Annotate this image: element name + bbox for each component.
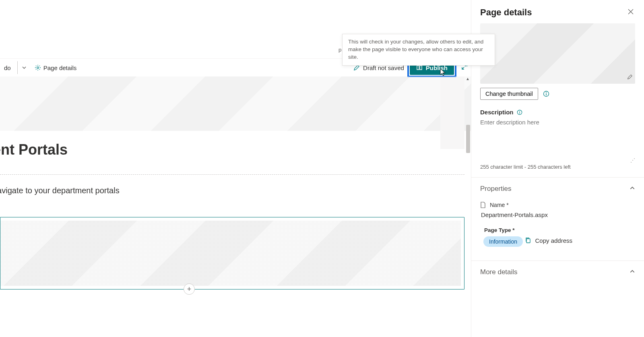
properties-header-text: Properties [480, 185, 511, 193]
svg-point-5 [519, 111, 520, 112]
section-divider [0, 174, 464, 175]
add-section-button[interactable]: + [184, 283, 195, 295]
svg-rect-6 [519, 112, 520, 114]
page-subtitle[interactable]: navigate to your department portals [0, 186, 464, 195]
page-type-label: Page Type * [480, 227, 635, 233]
page-type-pill[interactable]: Information [483, 236, 523, 247]
page-icon [480, 202, 486, 208]
undo-dropdown[interactable] [17, 61, 29, 74]
page-details-panel: Page details Change thumbnail Descriptio… [471, 0, 644, 337]
name-value[interactable]: Department-Portals.aspx [480, 211, 635, 218]
copy-address-button[interactable]: Copy address [525, 237, 573, 244]
change-thumbnail-button[interactable]: Change thumbnail [480, 88, 538, 100]
copy-icon [525, 237, 531, 244]
undo-button[interactable]: do [2, 61, 13, 74]
chevron-up-icon [630, 185, 635, 193]
hero-banner [0, 76, 471, 131]
undo-label-fragment: do [4, 64, 11, 71]
description-label: Description [480, 109, 522, 116]
page-canvas-scroll[interactable]: ent Portals navigate to your department … [0, 76, 471, 337]
chevron-up-icon [630, 268, 635, 276]
publish-tooltip: p This will check in your changes, allow… [342, 34, 495, 66]
page-title[interactable]: ent Portals [0, 131, 464, 170]
description-input[interactable] [480, 119, 635, 155]
gear-icon [35, 64, 41, 71]
more-details-section-toggle[interactable]: More details [480, 268, 635, 276]
svg-point-2 [546, 92, 547, 93]
close-icon [628, 9, 634, 16]
name-label-text: Name * [490, 202, 509, 208]
resize-grip-icon[interactable]: ⋰ [480, 157, 635, 163]
svg-rect-3 [546, 93, 546, 95]
page-details-button[interactable]: Page details [32, 61, 79, 74]
copy-address-label: Copy address [535, 237, 573, 244]
selected-webpart[interactable]: + [0, 217, 464, 289]
char-limit-text: 255 character limit - 255 characters lef… [480, 164, 635, 170]
page-details-label: Page details [43, 64, 77, 71]
info-icon[interactable] [543, 91, 549, 97]
edit-thumbnail-icon[interactable] [627, 74, 633, 81]
vertical-scrollbar[interactable]: ▲ [464, 76, 471, 337]
properties-section-toggle[interactable]: Properties [480, 185, 635, 193]
panel-title: Page details [480, 7, 532, 18]
more-details-header-text: More details [480, 268, 518, 276]
svg-rect-7 [526, 239, 530, 243]
tooltip-text: This will check in your changes, allow o… [348, 39, 483, 60]
tooltip-leading-char: p [339, 46, 342, 54]
scrollbar-thumb[interactable] [466, 125, 470, 153]
chevron-down-icon [22, 65, 27, 70]
svg-point-0 [37, 67, 38, 68]
close-panel-button[interactable] [626, 7, 635, 18]
description-label-text: Description [480, 109, 514, 116]
name-property-label: Name * [480, 202, 635, 208]
thumbnail-preview [480, 23, 635, 84]
scroll-up-icon[interactable]: ▲ [464, 76, 471, 81]
info-icon[interactable] [517, 110, 522, 115]
webpart-content [0, 221, 461, 286]
